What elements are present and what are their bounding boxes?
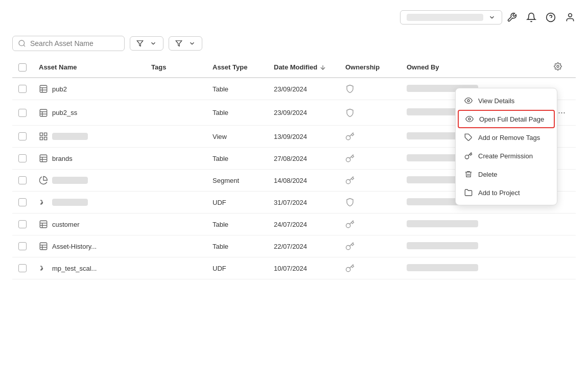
- date-modified-cell: 22/07/2024: [268, 235, 339, 257]
- svg-point-8: [557, 65, 559, 67]
- row-checkbox-cell[interactable]: [12, 78, 33, 100]
- date-modified-cell: 31/07/2024: [268, 192, 339, 214]
- owned-by-cell: [401, 257, 548, 279]
- svg-point-42: [465, 155, 468, 159]
- table-row: mp_test_scal... UDF 10/07/2024: [12, 257, 576, 279]
- row-checkbox-cell[interactable]: [12, 100, 33, 126]
- asset-name-text: customer: [52, 221, 79, 228]
- row-checkbox[interactable]: [18, 242, 27, 250]
- row-actions-cell[interactable]: [548, 235, 576, 257]
- row-checkbox-cell[interactable]: [12, 126, 33, 148]
- search-input[interactable]: [30, 39, 112, 48]
- row-checkbox[interactable]: [18, 198, 27, 206]
- blurred-name: [52, 133, 88, 140]
- menu-item-create-permission[interactable]: Create Permission: [456, 147, 557, 165]
- row-checkbox[interactable]: [18, 264, 27, 272]
- ownership-cell: [339, 192, 401, 214]
- asset-type-icon: [39, 264, 48, 273]
- org-selector[interactable]: [400, 10, 502, 25]
- row-checkbox[interactable]: [18, 85, 27, 93]
- menu-item-add-to-project[interactable]: Add to Project: [456, 183, 557, 202]
- row-checkbox[interactable]: [18, 220, 27, 228]
- asset-type-icon: [39, 84, 48, 93]
- col-ownership: Ownership: [339, 57, 401, 78]
- row-checkbox[interactable]: [18, 154, 27, 162]
- ownership-cell: [339, 235, 401, 257]
- org-label: [407, 14, 483, 21]
- menu-item-delete[interactable]: Delete: [456, 165, 557, 183]
- svg-rect-19: [40, 137, 42, 140]
- menu-item-add-remove-tags[interactable]: Add or Remove Tags: [456, 128, 557, 147]
- row-checkbox-cell[interactable]: [12, 148, 33, 170]
- chevron-down-icon: [189, 40, 196, 47]
- asset-name-cell: pub2_ss: [33, 100, 145, 126]
- wrench-icon[interactable]: [506, 12, 518, 23]
- asset-name-cell: brands: [33, 148, 145, 170]
- tags-filter-button[interactable]: [130, 36, 163, 51]
- trash-icon: [464, 170, 473, 179]
- help-icon[interactable]: [545, 12, 556, 23]
- menu-item-view-details[interactable]: View Details: [456, 91, 557, 110]
- row-checkbox-cell[interactable]: [12, 235, 33, 257]
- row-checkbox[interactable]: [18, 109, 27, 117]
- header-icons: [506, 12, 576, 23]
- chevron-down-icon: [150, 40, 157, 47]
- col-date-modified[interactable]: Date Modified: [268, 57, 339, 78]
- tags-cell: [145, 214, 206, 235]
- filter-icon: [175, 40, 182, 47]
- date-modified-cell: 27/08/2024: [268, 148, 339, 170]
- asset-type-icon: [39, 198, 48, 207]
- asset-name-cell: mp_test_scal...: [33, 257, 145, 279]
- row-checkbox-cell[interactable]: [12, 214, 33, 235]
- menu-label: Open Full Detail Page: [479, 115, 544, 123]
- tags-cell: [145, 78, 206, 100]
- asset-type-icon: [39, 154, 48, 163]
- svg-marker-5: [137, 41, 143, 46]
- asset-type-cell: Segment: [206, 170, 268, 192]
- table-header-row: Asset Name Tags Asset Type Date Modified…: [12, 57, 576, 78]
- owned-by-blurred: [407, 220, 478, 227]
- sort-icon: [319, 64, 326, 71]
- column-settings-button[interactable]: [554, 62, 562, 72]
- col-settings[interactable]: [548, 57, 576, 78]
- row-actions-cell[interactable]: [548, 214, 576, 235]
- bell-icon[interactable]: [526, 12, 537, 23]
- ownership-icon: [345, 242, 394, 251]
- tags-cell: [145, 192, 206, 214]
- select-all-checkbox[interactable]: [18, 63, 27, 72]
- row-checkbox-cell[interactable]: [12, 257, 33, 279]
- asset-type-icon: [39, 176, 48, 185]
- date-modified-cell: 14/08/2024: [268, 170, 339, 192]
- row-checkbox[interactable]: [18, 176, 27, 184]
- col-asset-name[interactable]: Asset Name: [33, 57, 145, 78]
- blurred-name: [52, 199, 88, 206]
- ownership-icon: [345, 108, 394, 117]
- tags-cell: [145, 100, 206, 126]
- svg-point-39: [467, 100, 469, 102]
- svg-rect-18: [44, 133, 47, 135]
- asset-type-icon: [39, 220, 48, 229]
- asset-name-cell: [33, 126, 145, 148]
- tags-cell: [145, 170, 206, 192]
- row-checkbox-cell[interactable]: [12, 170, 33, 192]
- asset-type-icon: [39, 132, 48, 141]
- row-actions-cell[interactable]: [548, 257, 576, 279]
- svg-marker-6: [176, 41, 182, 46]
- owned-by-blurred: [407, 264, 478, 271]
- row-checkbox[interactable]: [18, 132, 27, 140]
- asset-name-cell: [33, 192, 145, 214]
- menu-item-open-full-detail[interactable]: Open Full Detail Page: [458, 110, 555, 128]
- filters-bar: [0, 30, 588, 57]
- more-filters-button[interactable]: [169, 36, 202, 51]
- menu-label: Delete: [478, 171, 498, 178]
- svg-point-2: [569, 14, 572, 17]
- select-all-header[interactable]: [12, 57, 33, 78]
- ownership-icon: [345, 132, 394, 141]
- eye-icon: [465, 114, 474, 124]
- search-box[interactable]: [12, 36, 125, 51]
- row-checkbox-cell[interactable]: [12, 192, 33, 214]
- ownership-icon: [345, 220, 394, 229]
- user-icon[interactable]: [565, 12, 576, 23]
- svg-point-26: [346, 158, 350, 162]
- ownership-cell: [339, 100, 401, 126]
